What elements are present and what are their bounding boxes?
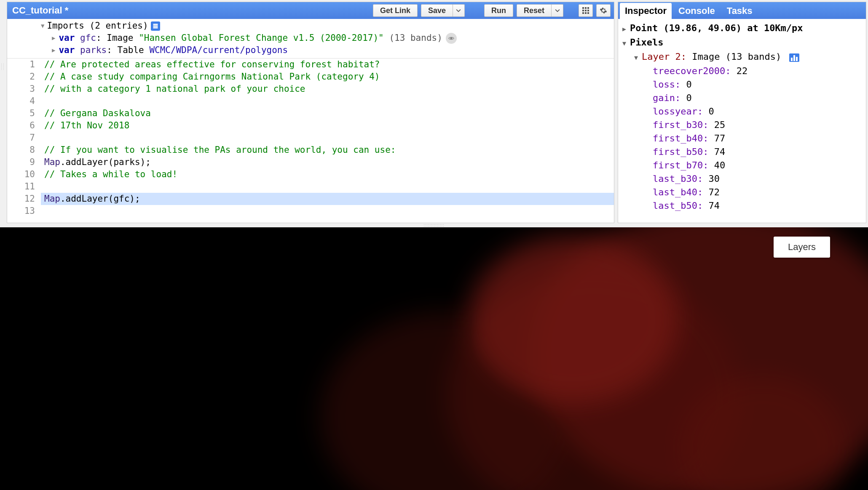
inspector-property: treecover2000: 22 — [622, 64, 862, 78]
reset-button[interactable]: Reset — [517, 4, 552, 17]
inspector-property: first_b30: 25 — [622, 118, 862, 132]
script-title: CC_tutorial * — [11, 5, 370, 16]
import-toggle[interactable] — [52, 44, 55, 56]
code-area[interactable]: // Are protected areas effective for con… — [41, 59, 614, 223]
code-line[interactable]: // 17th Nov 2018 — [41, 120, 614, 132]
import-desc: "Hansen Global Forest Change v1.5 (2000-… — [139, 33, 384, 43]
editor-toolbar: CC_tutorial * Get Link Save Run Reset — [7, 2, 614, 19]
apps-grid-button[interactable] — [579, 4, 593, 17]
svg-rect-5 — [587, 10, 589, 11]
visibility-toggle[interactable] — [446, 33, 457, 44]
import-link[interactable]: WCMC/WDPA/current/polygons — [149, 45, 288, 55]
code-line[interactable] — [41, 95, 614, 107]
import-entry[interactable]: var gfc: Image "Hansen Global Forest Cha… — [41, 32, 614, 44]
reset-dropdown-button[interactable] — [552, 4, 563, 17]
resize-handle[interactable]: :::::::::::::: — [0, 223, 868, 227]
imports-header-label: Imports (2 entries) — [47, 20, 148, 32]
drag-handle-icon[interactable]: :::::: — [1, 63, 5, 80]
chart-icon-button[interactable] — [789, 53, 799, 62]
code-line[interactable]: // If you want to visualise the PAs arou… — [41, 144, 614, 156]
svg-rect-10 — [153, 26, 158, 27]
layer-label: Layer 2: — [642, 51, 686, 62]
save-dropdown-button[interactable] — [453, 4, 465, 17]
svg-rect-2 — [587, 7, 589, 9]
svg-point-12 — [450, 37, 452, 39]
settings-button[interactable] — [596, 4, 611, 17]
layers-button[interactable]: Layers — [774, 237, 830, 258]
import-entry[interactable]: var parks: Table WCMC/WDPA/current/polyg… — [41, 44, 614, 56]
var-keyword: var — [59, 33, 75, 43]
imports-section: Imports (2 entries) var gfc: Image "Hans… — [7, 19, 614, 59]
layer-desc: Image (13 bands) — [692, 51, 781, 62]
svg-rect-1 — [585, 7, 587, 9]
code-line[interactable] — [41, 205, 614, 217]
eye-icon — [448, 35, 454, 41]
inspector-property: gain: 0 — [622, 91, 862, 105]
line-gutter: 12345678910111213 — [7, 59, 41, 223]
import-type: Image — [107, 33, 133, 43]
inspector-panel: Inspector Console Tasks ▶Point (19.86, 4… — [618, 2, 866, 223]
code-line[interactable]: // Are protected areas effective for con… — [41, 59, 614, 71]
inspector-property: last_b50: 74 — [622, 199, 862, 213]
tab-tasks[interactable]: Tasks — [722, 3, 758, 19]
code-line[interactable] — [41, 181, 614, 193]
imports-toggle[interactable] — [41, 20, 44, 32]
code-editor[interactable]: 12345678910111213 // Are protected areas… — [7, 59, 614, 223]
inspector-property: first_b70: 40 — [622, 159, 862, 172]
right-tabs: Inspector Console Tasks — [618, 2, 866, 19]
code-line[interactable]: // Takes a while to load! — [41, 168, 614, 181]
inspector-property: lossyear: 0 — [622, 105, 862, 118]
svg-rect-7 — [585, 12, 587, 14]
import-varname: parks — [80, 45, 107, 55]
save-button[interactable]: Save — [421, 4, 453, 17]
run-button[interactable]: Run — [484, 4, 513, 17]
code-line[interactable]: Map.addLayer(gfc); — [41, 193, 614, 205]
code-line[interactable]: // A case study comparing Cairngorms Nat… — [41, 71, 614, 83]
chevron-down-icon — [456, 8, 461, 13]
inspector-property: last_b40: 72 — [622, 186, 862, 199]
inspector-property: first_b50: 74 — [622, 145, 862, 159]
point-toggle[interactable]: ▶ — [622, 22, 630, 36]
svg-rect-4 — [585, 10, 587, 11]
svg-rect-11 — [153, 27, 158, 28]
import-type: Table — [118, 45, 144, 55]
inspector-property: last_b30: 30 — [622, 172, 862, 186]
import-bands: (13 bands) — [389, 33, 442, 43]
tab-inspector[interactable]: Inspector — [620, 3, 672, 19]
editor-panel: :::::: CC_tutorial * Get Link Save Run R… — [7, 2, 614, 223]
gear-icon — [600, 7, 607, 14]
var-keyword: var — [59, 45, 75, 55]
tab-console[interactable]: Console — [673, 3, 720, 19]
svg-rect-3 — [582, 10, 584, 11]
list-icon — [153, 23, 158, 29]
inspector-point: Point (19.86, 49.06) at 10Km/px — [630, 23, 803, 33]
copy-imports-button[interactable] — [151, 21, 160, 31]
layer-toggle[interactable]: ▼ — [634, 51, 642, 64]
inspector-property: first_b40: 77 — [622, 132, 862, 145]
get-link-button[interactable]: Get Link — [373, 4, 418, 17]
code-line[interactable]: Map.addLayer(parks); — [41, 156, 614, 168]
apps-grid-icon — [582, 7, 589, 14]
svg-rect-6 — [582, 12, 584, 14]
chevron-down-icon — [555, 8, 560, 13]
code-line[interactable]: // with a category 1 national park of yo… — [41, 83, 614, 95]
inspector-property: loss: 0 — [622, 78, 862, 91]
inspector-pixels: Pixels — [630, 37, 663, 48]
import-toggle[interactable] — [52, 32, 55, 44]
import-varname: gfc — [80, 33, 96, 43]
pixels-toggle[interactable]: ▼ — [622, 37, 630, 50]
code-line[interactable] — [41, 132, 614, 144]
map-view[interactable]: Layers — [0, 227, 868, 490]
inspector-body: ▶Point (19.86, 49.06) at 10Km/px ▼Pixels… — [618, 19, 866, 223]
svg-rect-8 — [587, 12, 589, 14]
svg-rect-0 — [582, 7, 584, 9]
code-line[interactable]: // Gergana Daskalova — [41, 107, 614, 120]
svg-rect-9 — [153, 24, 158, 25]
